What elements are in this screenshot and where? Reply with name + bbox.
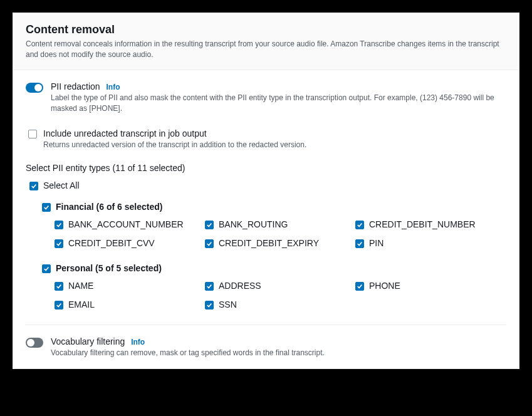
include-unredacted-description: Returns unredacted version of the transc… — [43, 140, 506, 150]
check-icon — [56, 283, 62, 289]
vocab-filtering-row: Vocabulary filtering Info Vocabulary fil… — [26, 336, 506, 358]
vocab-filtering-description: Vocabulary filtering can remove, mask or… — [51, 348, 506, 358]
entity-label: CREDIT_DEBIT_CVV — [68, 238, 155, 248]
select-all-label: Select All — [43, 180, 80, 190]
entity-checkbox[interactable] — [205, 239, 214, 248]
entity-checkbox[interactable] — [205, 301, 214, 309]
pii-redaction-toggle[interactable] — [26, 83, 43, 93]
entity-item: ADDRESS — [205, 281, 355, 291]
entity-checkbox[interactable] — [205, 221, 214, 229]
entity-item: BANK_ACCOUNT_NUMBER — [55, 219, 205, 229]
entity-checkbox[interactable] — [355, 221, 364, 229]
entity-checkbox[interactable] — [55, 282, 63, 291]
pii-redaction-label: PII redaction — [51, 81, 100, 91]
panel-header: Content removal Content removal conceals… — [13, 13, 519, 70]
divider — [26, 325, 506, 325]
check-icon — [31, 183, 37, 189]
entity-item: EMAIL — [55, 299, 205, 309]
check-icon — [206, 241, 212, 247]
entity-item: PHONE — [355, 281, 506, 291]
toggle-knob — [34, 84, 42, 91]
entity-checkbox[interactable] — [205, 282, 214, 291]
vocab-filtering-label: Vocabulary filtering — [51, 336, 125, 346]
group-label: Financial (6 of 6 selected) — [56, 202, 162, 212]
check-icon — [56, 222, 62, 228]
select-entity-types-label: Select PII entity types (11 of 11 select… — [26, 163, 506, 173]
include-unredacted-row: Include unredacted transcript in job out… — [28, 128, 506, 150]
check-icon — [206, 302, 212, 308]
check-icon — [206, 283, 212, 289]
check-icon — [206, 222, 212, 228]
entity-item: CREDIT_DEBIT_NUMBER — [355, 219, 506, 229]
entity-group-header: Personal (5 of 5 selected) — [42, 263, 506, 273]
entity-label: CREDIT_DEBIT_EXPIRY — [219, 238, 319, 248]
entity-item: CREDIT_DEBIT_EXPIRY — [205, 238, 355, 248]
entity-grid: NAMEADDRESSPHONEEMAILSSN — [55, 281, 506, 309]
entity-item: PIN — [355, 238, 506, 248]
check-icon — [357, 283, 363, 289]
entity-checkbox[interactable] — [355, 239, 364, 248]
include-unredacted-checkbox[interactable] — [28, 130, 37, 138]
vocab-filtering-info-link[interactable]: Info — [131, 338, 145, 346]
check-icon — [43, 266, 50, 272]
entity-checkbox[interactable] — [55, 221, 63, 229]
entity-label: SSN — [219, 299, 237, 309]
pii-redaction-info-link[interactable]: Info — [107, 83, 120, 91]
entity-group-header: Financial (6 of 6 selected) — [42, 202, 506, 212]
entity-label: NAME — [68, 281, 93, 291]
check-icon — [357, 241, 363, 247]
entity-item: NAME — [55, 281, 205, 291]
group-checkbox[interactable] — [42, 264, 51, 273]
entity-label: EMAIL — [68, 299, 95, 309]
entity-checkbox[interactable] — [55, 239, 63, 248]
check-icon — [56, 241, 62, 247]
group-checkbox[interactable] — [42, 203, 51, 212]
select-all-row: Select All — [29, 180, 506, 190]
entity-groups: Financial (6 of 6 selected)BANK_ACCOUNT_… — [26, 202, 506, 309]
entity-item: SSN — [205, 299, 355, 309]
entity-label: PHONE — [369, 281, 400, 291]
include-unredacted-label: Include unredacted transcript in job out… — [43, 128, 506, 138]
check-icon — [357, 222, 363, 228]
check-icon — [56, 302, 62, 308]
entity-label: ADDRESS — [219, 281, 261, 291]
entity-label: BANK_ACCOUNT_NUMBER — [68, 219, 184, 229]
entity-item: CREDIT_DEBIT_CVV — [55, 238, 205, 248]
panel-title: Content removal — [26, 23, 506, 36]
pii-redaction-description: Label the type of PII and also mask the … — [51, 93, 506, 115]
panel-description: Content removal conceals information in … — [26, 39, 506, 61]
content-removal-panel: Content removal Content removal conceals… — [13, 13, 519, 369]
toggle-knob — [27, 339, 34, 346]
group-label: Personal (5 of 5 selected) — [56, 263, 162, 273]
entity-item: BANK_ROUTING — [205, 219, 355, 229]
entity-label: BANK_ROUTING — [219, 219, 288, 229]
entity-label: PIN — [369, 238, 383, 248]
check-icon — [43, 204, 50, 211]
entity-grid: BANK_ACCOUNT_NUMBERBANK_ROUTINGCREDIT_DE… — [55, 219, 506, 248]
entity-checkbox[interactable] — [55, 301, 63, 309]
vocab-filtering-toggle[interactable] — [26, 338, 43, 348]
panel-body: PII redaction Info Label the type of PII… — [13, 70, 519, 369]
select-all-checkbox[interactable] — [29, 182, 38, 190]
pii-redaction-row: PII redaction Info Label the type of PII… — [26, 81, 506, 115]
entity-label: CREDIT_DEBIT_NUMBER — [369, 219, 476, 229]
entity-checkbox[interactable] — [355, 282, 364, 291]
